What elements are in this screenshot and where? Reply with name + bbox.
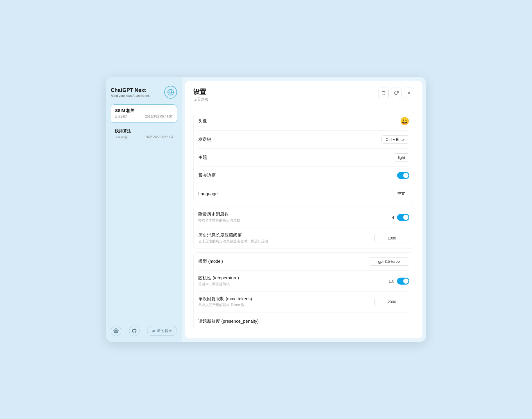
model-value bbox=[369, 257, 409, 266]
avatar-value[interactable]: 😀 bbox=[400, 117, 409, 126]
history-count-toggle[interactable] bbox=[397, 214, 409, 221]
history-count-label: 附带历史消息数 bbox=[198, 212, 240, 217]
temperature-label-block: 随机性 (temperature) 值越大，回复越随机 bbox=[198, 275, 239, 287]
settings-title-block: 设置 设置选项 bbox=[193, 88, 208, 102]
max-tokens-row: 单次回复限制 (max_tokens) 单次交互所用的最大 Token 数 bbox=[198, 292, 409, 313]
language-row: Language 中文 bbox=[198, 184, 409, 203]
tight-border-value bbox=[397, 172, 409, 179]
temperature-desc: 值越大，回复越随机 bbox=[198, 282, 239, 287]
history-count-row: 附带历史消息数 每次请求携带的历史消息数 4 bbox=[198, 207, 409, 228]
language-value[interactable]: 中文 bbox=[393, 189, 409, 198]
sidebar-title-block: ChatGPT Next Build your own AI assistant… bbox=[111, 87, 150, 97]
header-actions bbox=[378, 88, 414, 98]
chat-item-title: SSIM 相关 bbox=[115, 108, 173, 113]
send-key-value[interactable]: Ctrl + Enter bbox=[381, 135, 409, 144]
chat-item-meta: 3 条对话 2023/3/22 00:44:57 bbox=[115, 115, 173, 119]
chat-item-meta: 3 条对话 2023/3/22 00:44:03 bbox=[115, 135, 173, 139]
language-tag: 中文 bbox=[393, 189, 409, 198]
new-chat-button[interactable]: ⊕ 新的聊天 bbox=[147, 326, 177, 336]
settings-header: 设置 设置选项 bbox=[185, 81, 422, 107]
theme-label: 主题 bbox=[198, 155, 207, 160]
max-tokens-desc: 单次交互所用的最大 Token 数 bbox=[198, 303, 252, 308]
avatar-label: 头像 bbox=[198, 118, 207, 124]
compress-threshold-desc: 当未压缩的历史消息超过该值时，将进行压缩 bbox=[198, 239, 268, 244]
temperature-control: 1.0 bbox=[389, 278, 409, 285]
compress-threshold-label: 历史消息长度压缩阈值 bbox=[198, 232, 268, 238]
max-tokens-input[interactable] bbox=[374, 298, 409, 306]
sidebar: ChatGPT Next Build your own AI assistant… bbox=[106, 77, 182, 342]
new-chat-label: 新的聊天 bbox=[157, 328, 172, 333]
theme-row: 主题 light bbox=[198, 149, 409, 167]
send-key-label: 发送键 bbox=[198, 137, 211, 142]
language-label: Language bbox=[198, 191, 218, 196]
temperature-toggle[interactable] bbox=[397, 278, 409, 285]
clear-button[interactable] bbox=[378, 88, 389, 98]
chat-item-date: 2023/3/22 00:44:57 bbox=[145, 115, 173, 119]
basic-settings-group: 头像 😀 发送键 Ctrl + Enter bbox=[193, 112, 414, 203]
tight-border-label-block: 紧凑边框 bbox=[198, 173, 216, 178]
presence-penalty-label: 话题新鲜度 (presence_penalty) bbox=[198, 319, 259, 324]
app-subtitle: Build your own AI assistant. bbox=[111, 94, 150, 97]
temperature-value: 1.0 bbox=[389, 278, 409, 285]
theme-value[interactable]: light bbox=[394, 153, 409, 162]
plus-icon: ⊕ bbox=[152, 329, 155, 333]
tight-border-toggle[interactable] bbox=[397, 172, 409, 179]
settings-title: 设置 bbox=[193, 88, 208, 96]
app-window: ChatGPT Next Build your own AI assistant… bbox=[106, 77, 426, 342]
temperature-number: 1.0 bbox=[389, 279, 394, 283]
chat-item-title: 快排算法 bbox=[115, 129, 173, 134]
model-row: 模型 (model) bbox=[198, 253, 409, 271]
settings-icon-button[interactable] bbox=[111, 326, 121, 336]
max-tokens-label-block: 单次回复限制 (max_tokens) 单次交互所用的最大 Token 数 bbox=[198, 296, 252, 308]
model-label-block: 模型 (model) bbox=[198, 259, 223, 264]
settings-subtitle: 设置选项 bbox=[193, 97, 208, 102]
history-count-number: 4 bbox=[392, 215, 394, 220]
chat-item[interactable]: SSIM 相关 3 条对话 2023/3/22 00:44:57 bbox=[111, 104, 177, 123]
language-label-block: Language bbox=[198, 191, 218, 196]
chat-item-count: 3 条对话 bbox=[115, 115, 127, 119]
presence-penalty-label-block: 话题新鲜度 (presence_penalty) bbox=[198, 319, 259, 324]
history-count-label-block: 附带历史消息数 每次请求携带的历史消息数 bbox=[198, 212, 240, 223]
temperature-label: 随机性 (temperature) bbox=[198, 275, 239, 281]
model-settings-group: 模型 (model) 随机性 (temperature) 值越大，回复越随机 1… bbox=[193, 252, 414, 330]
chat-list: SSIM 相关 3 条对话 2023/3/22 00:44:57 快排算法 3 … bbox=[111, 104, 177, 321]
chat-item-date: 2023/3/22 00:44:03 bbox=[145, 135, 173, 139]
avatar-label-block: 头像 bbox=[198, 118, 207, 124]
message-settings-group: 附带历史消息数 每次请求携带的历史消息数 4 历史消息长度压缩阈值 当未压 bbox=[193, 207, 414, 249]
sidebar-footer: ⊕ 新的聊天 bbox=[111, 321, 177, 336]
history-count-control: 4 bbox=[392, 214, 409, 221]
tight-border-label: 紧凑边框 bbox=[198, 173, 216, 178]
history-count-value: 4 bbox=[392, 214, 409, 221]
compress-threshold-input[interactable] bbox=[374, 234, 409, 242]
max-tokens-value bbox=[374, 298, 409, 306]
close-button[interactable] bbox=[404, 88, 414, 98]
chat-item[interactable]: 快排算法 3 条对话 2023/3/22 00:44:03 bbox=[111, 125, 177, 143]
compress-threshold-row: 历史消息长度压缩阈值 当未压缩的历史消息超过该值时，将进行压缩 bbox=[198, 228, 409, 248]
temperature-row: 随机性 (temperature) 值越大，回复越随机 1.0 bbox=[198, 271, 409, 292]
github-icon-button[interactable] bbox=[129, 326, 140, 336]
theme-tag: light bbox=[394, 153, 409, 162]
compress-threshold-label-block: 历史消息长度压缩阈值 当未压缩的历史消息超过该值时，将进行压缩 bbox=[198, 232, 268, 244]
history-count-desc: 每次请求携带的历史消息数 bbox=[198, 218, 240, 223]
model-label: 模型 (model) bbox=[198, 259, 223, 264]
theme-label-block: 主题 bbox=[198, 155, 207, 160]
svg-point-1 bbox=[115, 330, 117, 332]
avatar-emoji: 😀 bbox=[400, 117, 409, 126]
send-key-label-block: 发送键 bbox=[198, 137, 211, 142]
sidebar-header: ChatGPT Next Build your own AI assistant… bbox=[111, 86, 177, 99]
compress-threshold-value bbox=[374, 234, 409, 242]
settings-body: 头像 😀 发送键 Ctrl + Enter bbox=[185, 107, 422, 338]
send-key-row: 发送键 Ctrl + Enter bbox=[198, 131, 409, 149]
refresh-button[interactable] bbox=[391, 88, 401, 98]
send-key-tag: Ctrl + Enter bbox=[381, 135, 409, 144]
presence-penalty-row: 话题新鲜度 (presence_penalty) bbox=[198, 313, 409, 330]
avatar-row: 头像 😀 bbox=[198, 112, 409, 131]
logo-icon bbox=[164, 86, 177, 99]
settings-panel: 设置 设置选项 bbox=[185, 81, 422, 338]
model-input[interactable] bbox=[369, 257, 409, 266]
max-tokens-label: 单次回复限制 (max_tokens) bbox=[198, 296, 252, 302]
chat-item-count: 3 条对话 bbox=[115, 135, 127, 139]
app-title: ChatGPT Next bbox=[111, 87, 150, 93]
tight-border-row: 紧凑边框 bbox=[198, 167, 409, 184]
